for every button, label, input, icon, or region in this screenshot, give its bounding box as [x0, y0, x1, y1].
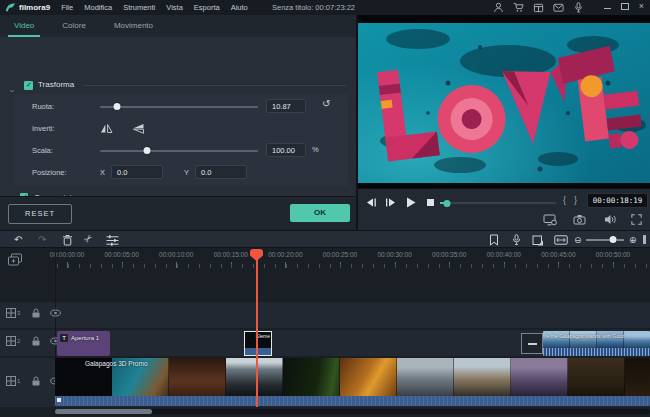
ruler-label: 00:00:40:00: [487, 251, 521, 258]
main-video-clip-galapagos[interactable]: Galapagos 3D Promo: [55, 358, 650, 406]
clip-thumbnail: [624, 331, 650, 348]
ruler-label: 00:00:50:00: [596, 251, 630, 258]
mark-out-icon[interactable]: }: [574, 195, 577, 205]
zoom-slider-handle[interactable]: [609, 236, 616, 243]
snapshot-camera-icon[interactable]: [573, 214, 586, 225]
mail-icon[interactable]: [553, 2, 564, 13]
position-y-label: Y: [184, 168, 189, 177]
transition-dash-icon: [528, 343, 537, 345]
tab-colore[interactable]: Colore: [48, 15, 100, 37]
menu-strumenti[interactable]: Strumenti: [123, 3, 155, 12]
transform-collapse-chevron[interactable]: ›: [10, 80, 13, 98]
clip-thumbnail: [226, 358, 283, 396]
next-frame-icon[interactable]: [385, 198, 396, 207]
scale-slider[interactable]: [100, 150, 258, 152]
tab-movimento[interactable]: Movimento: [100, 15, 167, 37]
minimize-button[interactable]: [604, 8, 611, 10]
ruler-label: 00:00:20:00: [268, 251, 302, 258]
mic-icon[interactable]: [573, 2, 584, 13]
zoom-in-icon[interactable]: ⊕: [629, 234, 637, 247]
flip-vertical-icon[interactable]: [132, 123, 145, 134]
track-number: 2: [17, 338, 20, 344]
menu-esporta[interactable]: Esporta: [194, 3, 220, 12]
playhead-line: [256, 260, 258, 407]
volume-icon[interactable]: [604, 214, 616, 225]
scale-slider-handle[interactable]: [144, 147, 151, 154]
timeline-zoom-slider[interactable]: [586, 239, 624, 241]
undo-icon[interactable]: ↶: [14, 233, 22, 246]
selected-element-clip[interactable]: Eleme: [244, 331, 272, 356]
clip-thumbnail: [340, 358, 397, 396]
redo-icon[interactable]: ↷: [38, 233, 46, 246]
app-logo-text: filmora9: [19, 3, 50, 12]
transform-checkbox[interactable]: [24, 81, 33, 90]
ruler-label: 00:00:10:00: [159, 251, 193, 258]
menu-file[interactable]: File: [61, 3, 73, 12]
cart-icon[interactable]: [513, 2, 524, 13]
delete-trash-icon[interactable]: [62, 234, 73, 246]
lock-track-icon[interactable]: [31, 308, 41, 318]
rotate-value-input[interactable]: 10.87: [266, 99, 306, 113]
mark-in-icon[interactable]: {: [563, 195, 566, 205]
stop-icon[interactable]: [427, 199, 434, 206]
account-icon[interactable]: [493, 2, 504, 13]
menu-aiuto[interactable]: Aiuto: [231, 3, 248, 12]
flip-label: Inverti:: [32, 124, 55, 133]
menu-modifica[interactable]: Modifica: [84, 3, 112, 12]
close-button[interactable]: ×: [639, 2, 644, 11]
filmora-logo-icon: [5, 2, 16, 13]
position-x-label: X: [100, 168, 105, 177]
ruler-label: 00:00:35:00: [432, 251, 466, 258]
previous-frame-icon[interactable]: [366, 198, 377, 207]
seek-handle[interactable]: [443, 200, 450, 207]
scrollbar-thumb[interactable]: [55, 409, 152, 414]
ok-button[interactable]: OK: [290, 204, 350, 222]
transition-clip[interactable]: [521, 333, 543, 354]
preview-timecode: 00:00:18:19: [587, 193, 648, 208]
track-type-icon: [6, 308, 16, 318]
track-2-header: 2: [0, 336, 61, 346]
reset-button[interactable]: RESET: [8, 204, 72, 224]
title-clip-apertura[interactable]: T Apertura 1: [57, 331, 110, 356]
menu-vista[interactable]: Vista: [166, 3, 183, 12]
flip-horizontal-icon[interactable]: [100, 123, 113, 134]
play-icon[interactable]: [406, 197, 416, 208]
rotate-slider-handle[interactable]: [114, 103, 121, 110]
ruler-label: 00:00:15:00: [214, 251, 248, 258]
marker-icon[interactable]: [489, 234, 499, 246]
tab-video[interactable]: Video: [0, 15, 48, 37]
display-settings-icon[interactable]: [543, 214, 557, 226]
main-clip-label: Galapagos 3D Promo: [85, 360, 148, 367]
rotate-slider[interactable]: [100, 106, 258, 108]
video-preview[interactable]: [358, 15, 650, 188]
package-icon[interactable]: [533, 2, 544, 13]
scale-value-input[interactable]: 100.00: [266, 143, 306, 157]
split-scissors-icon[interactable]: ✂: [81, 231, 96, 246]
render-preview-icon[interactable]: [532, 235, 544, 246]
track-1-header: 1: [0, 376, 61, 386]
timeline-scrollbar[interactable]: [55, 409, 650, 414]
overlay-video-clip[interactable]: re the Galapagos Islands with Good: [543, 331, 650, 356]
position-x-input[interactable]: 0.0: [111, 165, 163, 179]
record-voiceover-mic-icon[interactable]: [511, 234, 522, 246]
panel-footer: RESET OK: [0, 196, 357, 231]
advanced-edit-icon[interactable]: [106, 235, 119, 246]
clip-thumbnail: [397, 358, 454, 396]
track-type-icon: [6, 336, 16, 346]
fullscreen-icon[interactable]: [631, 214, 642, 225]
clip-thumbnail: [169, 358, 226, 396]
rotate-reset-icon[interactable]: ↺: [322, 98, 330, 109]
zoom-out-icon[interactable]: ⊖: [574, 234, 582, 247]
lock-track-icon[interactable]: [31, 376, 41, 386]
maximize-button[interactable]: [621, 3, 629, 10]
track-3-header: 3: [0, 308, 61, 318]
seek-slider[interactable]: [440, 202, 556, 204]
position-y-input[interactable]: 0.0: [195, 165, 247, 179]
fit-timeline-icon[interactable]: [554, 235, 568, 245]
lock-track-icon[interactable]: [31, 336, 41, 346]
toggle-visibility-eye-icon[interactable]: [50, 309, 61, 317]
audio-keyframe-marker: [57, 398, 61, 402]
track-lane-3[interactable]: [0, 302, 650, 328]
position-label: Posizione:: [32, 168, 67, 177]
clip-thumbnail: [568, 358, 625, 396]
